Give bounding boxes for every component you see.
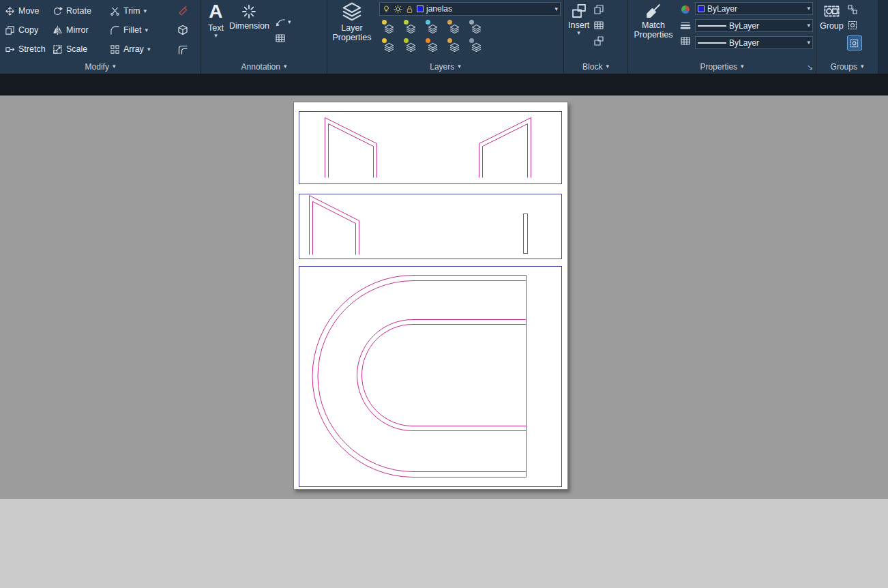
layers-stack-icon (405, 24, 417, 34)
layers-icon (342, 1, 362, 22)
match-properties-button[interactable]: Match Properties (631, 1, 676, 59)
insert-label: Insert (568, 20, 589, 30)
layer-unlock-button[interactable] (446, 38, 462, 53)
color-wheel-icon[interactable] (680, 4, 691, 15)
chevron-down-icon: ▾ (807, 40, 810, 46)
chevron-down-icon: ▾ (145, 27, 148, 33)
layers-stack-icon (449, 24, 460, 34)
fillet-button[interactable]: Fillet▾ (108, 20, 175, 40)
ungroup-icon[interactable] (847, 4, 858, 15)
erase-icon[interactable] (177, 4, 188, 15)
ribbon-panel-modify: Move Rotate Trim▾ Copy Mirror Fillet▾ St… (0, 0, 201, 74)
move-label: Move (18, 6, 40, 16)
modify-panel-title: Modify (85, 62, 109, 72)
layer-unisolate-button[interactable] (402, 20, 419, 34)
chevron-down-icon: ▾ (741, 63, 744, 70)
object-color-swatch (698, 5, 705, 12)
block-editor-icon[interactable] (593, 35, 604, 46)
panel-label-groups[interactable]: Groups▾ (816, 59, 878, 74)
stretch-button[interactable]: Stretch (3, 40, 50, 59)
layer-walk-button[interactable] (468, 38, 484, 53)
layer-isolate-button[interactable] (381, 20, 397, 34)
layer-dropdown[interactable]: janelas ▾ (379, 2, 561, 16)
window-elevation-top-right[interactable] (479, 118, 531, 178)
multileader-button[interactable]: ▾ (275, 16, 291, 27)
insert-button[interactable]: Insert ▾ (568, 1, 589, 59)
linetype-sample (698, 25, 726, 27)
layer-on-button[interactable] (381, 38, 397, 53)
copy-label: Copy (18, 25, 38, 35)
panel-label-properties[interactable]: Properties▾ (628, 59, 816, 74)
dimension-button[interactable]: Dimension (229, 1, 269, 59)
layer-properties-button[interactable]: Layer Properties (330, 1, 374, 59)
object-color-dropdown[interactable]: ByLayer ▾ (695, 2, 813, 15)
table-icon (275, 33, 286, 44)
panel-label-block[interactable]: Block▾ (564, 59, 627, 74)
chevron-down-icon: ▾ (144, 8, 147, 14)
panel-launcher-icon[interactable]: ↘ (807, 63, 813, 72)
stretch-icon (5, 44, 15, 55)
group-edit-icon[interactable] (847, 20, 858, 31)
layer-lock-button[interactable] (446, 20, 462, 34)
ribbon-shadow-bar (0, 74, 888, 95)
ribbon-panel-groups: Group Groups▾ (816, 0, 878, 74)
linetype-dropdown[interactable]: ByLayer ▾ (695, 19, 813, 32)
layout-rectangle-bottom[interactable] (299, 267, 562, 487)
block-attributes-icon[interactable] (593, 20, 604, 31)
layers-stack-icon (427, 24, 439, 34)
block-panel-title: Block (582, 62, 602, 72)
layers-stack-icon (471, 42, 482, 53)
mirror-button[interactable]: Mirror (50, 20, 108, 40)
scale-button[interactable]: Scale (50, 40, 108, 59)
window-elevation-top-left[interactable] (325, 118, 377, 178)
lower-workspace-area (0, 498, 888, 588)
scale-icon (53, 44, 63, 55)
drawing-canvas[interactable] (294, 102, 569, 490)
window-jamb-middle-right[interactable] (524, 214, 528, 254)
group-selection-toggle[interactable] (847, 35, 862, 50)
offset-icon[interactable] (177, 44, 188, 55)
object-color-value: ByLayer (707, 4, 737, 14)
mirror-icon (53, 25, 63, 35)
layer-freeze-button[interactable] (424, 20, 441, 34)
dimension-label: Dimension (229, 21, 269, 31)
layer-off-button[interactable] (402, 38, 419, 53)
panel-label-layers[interactable]: Layers▾ (327, 59, 563, 74)
layer-thaw-all-button[interactable] (424, 38, 441, 53)
chevron-down-icon: ▾ (214, 33, 218, 39)
transparency-icon[interactable] (680, 35, 691, 46)
table-button[interactable] (275, 33, 291, 44)
layer-match-button[interactable] (468, 20, 484, 34)
layer-properties-label: Layer Properties (330, 23, 374, 43)
layers-stack-icon (383, 24, 395, 34)
ribbon-panel-block: Insert ▾ Block▾ (564, 0, 628, 74)
panel-label-modify[interactable]: Modify▾ (0, 59, 201, 74)
panel-label-annotation[interactable]: Annotation▾ (201, 59, 327, 74)
match-properties-label: Match Properties (631, 20, 676, 40)
group-button[interactable]: Group (820, 1, 844, 59)
lineweight-icon[interactable] (680, 20, 691, 31)
create-block-icon[interactable] (593, 4, 604, 15)
copy-button[interactable]: Copy (3, 20, 50, 40)
explode-icon[interactable] (177, 25, 188, 35)
ribbon: Move Rotate Trim▾ Copy Mirror Fillet▾ St… (0, 0, 888, 74)
text-button[interactable]: A Text ▾ (208, 1, 224, 59)
array-button[interactable]: Array▾ (108, 40, 175, 59)
move-button[interactable]: Move (3, 1, 50, 20)
multileader-icon (275, 16, 286, 27)
text-label: Text (208, 23, 224, 33)
trim-icon (110, 6, 120, 16)
drawing-viewport[interactable] (0, 95, 888, 498)
window-elevation-middle-left[interactable] (310, 196, 359, 255)
ribbon-panel-annotation: A Text ▾ Dimension ▾ Annotation▾ (201, 0, 327, 74)
layout-rectangle-middle[interactable] (299, 194, 562, 259)
rotate-button[interactable]: Rotate (50, 1, 108, 20)
lineweight-value: ByLayer (729, 38, 759, 48)
lineweight-dropdown[interactable]: ByLayer ▾ (695, 36, 813, 49)
trim-button[interactable]: Trim▾ (108, 1, 175, 20)
arched-detail-drawing[interactable] (312, 276, 527, 477)
drawing-paper[interactable] (293, 102, 568, 490)
chevron-down-icon: ▾ (577, 30, 580, 36)
ribbon-panel-properties: Match Properties ByLayer ▾ ByLayer ▾ (628, 0, 816, 74)
layer-on-bulb-icon (382, 5, 391, 14)
